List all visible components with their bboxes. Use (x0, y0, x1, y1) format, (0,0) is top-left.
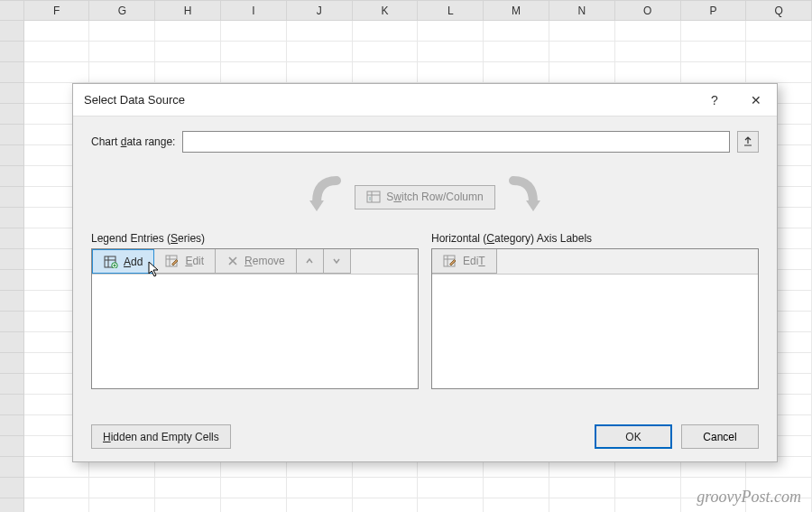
row-header[interactable] (0, 478, 24, 498)
cell[interactable] (221, 478, 287, 498)
cell[interactable] (24, 62, 90, 83)
column-header[interactable]: G (89, 1, 155, 20)
column-header[interactable]: I (221, 1, 287, 20)
cancel-button[interactable]: Cancel (681, 424, 759, 449)
row-header[interactable] (0, 166, 24, 187)
cell[interactable] (484, 42, 549, 62)
column-header[interactable]: J (287, 1, 353, 20)
cell[interactable] (89, 62, 155, 83)
cell[interactable] (615, 42, 681, 62)
cell[interactable] (681, 21, 747, 42)
row-header[interactable] (0, 125, 24, 145)
cell[interactable] (353, 42, 419, 62)
row-header[interactable] (0, 291, 24, 312)
row-header[interactable] (0, 187, 24, 208)
row-header[interactable] (0, 415, 24, 436)
cell[interactable] (221, 42, 287, 62)
cell[interactable] (89, 478, 155, 498)
row-header[interactable] (0, 208, 24, 228)
cell[interactable] (418, 478, 484, 498)
cell[interactable] (549, 62, 615, 83)
cell[interactable] (615, 498, 681, 512)
move-down-button[interactable] (324, 249, 351, 274)
cell[interactable] (155, 498, 221, 512)
column-header[interactable]: K (353, 1, 419, 20)
cell[interactable] (353, 62, 419, 83)
cell[interactable] (353, 21, 419, 42)
cell[interactable] (221, 62, 287, 83)
cell[interactable] (681, 62, 747, 83)
cell[interactable] (549, 42, 615, 62)
row-header[interactable] (0, 249, 24, 270)
row-header[interactable] (0, 436, 24, 457)
cell[interactable] (746, 62, 812, 83)
close-button[interactable]: ✕ (735, 84, 777, 116)
row-header[interactable] (0, 312, 24, 332)
row-header[interactable] (0, 104, 24, 125)
cell[interactable] (155, 478, 221, 498)
row-header[interactable] (0, 353, 24, 374)
hidden-empty-cells-button[interactable]: Hidden and Empty Cells (91, 424, 231, 449)
cell[interactable] (681, 42, 747, 62)
row-header[interactable] (0, 228, 24, 249)
cell[interactable] (287, 498, 353, 512)
row-header[interactable] (0, 498, 24, 512)
column-header[interactable]: M (484, 1, 549, 20)
cell[interactable] (155, 62, 221, 83)
cell[interactable] (287, 42, 353, 62)
cell[interactable] (155, 42, 221, 62)
cell[interactable] (287, 62, 353, 83)
cell[interactable] (418, 62, 484, 83)
cell[interactable] (24, 478, 90, 498)
row-header[interactable] (0, 374, 24, 395)
cell[interactable] (24, 498, 90, 512)
row-header[interactable] (0, 457, 24, 478)
cell[interactable] (89, 498, 155, 512)
row-header[interactable] (0, 21, 24, 42)
cell[interactable] (418, 42, 484, 62)
column-header[interactable]: Q (746, 1, 812, 20)
cell[interactable] (418, 21, 484, 42)
axis-labels-list[interactable] (432, 275, 758, 388)
row-header[interactable] (0, 270, 24, 291)
row-header[interactable] (0, 332, 24, 353)
row-header[interactable] (0, 62, 24, 83)
cell[interactable] (287, 478, 353, 498)
column-header[interactable]: F (24, 1, 90, 20)
row-header[interactable] (0, 395, 24, 415)
cell[interactable] (484, 478, 549, 498)
chart-data-range-input[interactable] (182, 131, 730, 153)
cell[interactable] (549, 478, 615, 498)
column-header[interactable]: L (418, 1, 484, 20)
cell[interactable] (353, 498, 419, 512)
legend-series-list[interactable] (92, 275, 418, 388)
cell[interactable] (287, 21, 353, 42)
cell[interactable] (484, 21, 549, 42)
cell[interactable] (746, 42, 812, 62)
collapse-range-button[interactable] (737, 131, 759, 153)
edit-series-button[interactable]: Edit (154, 249, 216, 274)
cell[interactable] (549, 21, 615, 42)
ok-button[interactable]: OK (595, 424, 672, 449)
cell[interactable] (484, 498, 549, 512)
column-header[interactable]: H (155, 1, 221, 20)
cell[interactable] (353, 478, 419, 498)
cell[interactable] (746, 21, 812, 42)
cell[interactable] (615, 62, 681, 83)
row-header[interactable] (0, 145, 24, 166)
cell[interactable] (221, 498, 287, 512)
cell[interactable] (221, 21, 287, 42)
move-up-button[interactable] (297, 249, 324, 274)
cell[interactable] (549, 498, 615, 512)
cell[interactable] (615, 21, 681, 42)
remove-series-button[interactable]: Remove (216, 249, 297, 274)
cell[interactable] (24, 42, 90, 62)
add-series-button[interactable]: Add (92, 249, 154, 274)
row-header[interactable] (0, 83, 24, 104)
edit-axis-labels-button[interactable]: EdiT (432, 249, 497, 274)
column-header[interactable]: O (615, 1, 681, 20)
column-header[interactable]: P (681, 1, 747, 20)
cell[interactable] (89, 42, 155, 62)
column-header[interactable]: N (549, 1, 615, 20)
switch-row-column-button[interactable]: Switch Row/Column (355, 185, 494, 209)
